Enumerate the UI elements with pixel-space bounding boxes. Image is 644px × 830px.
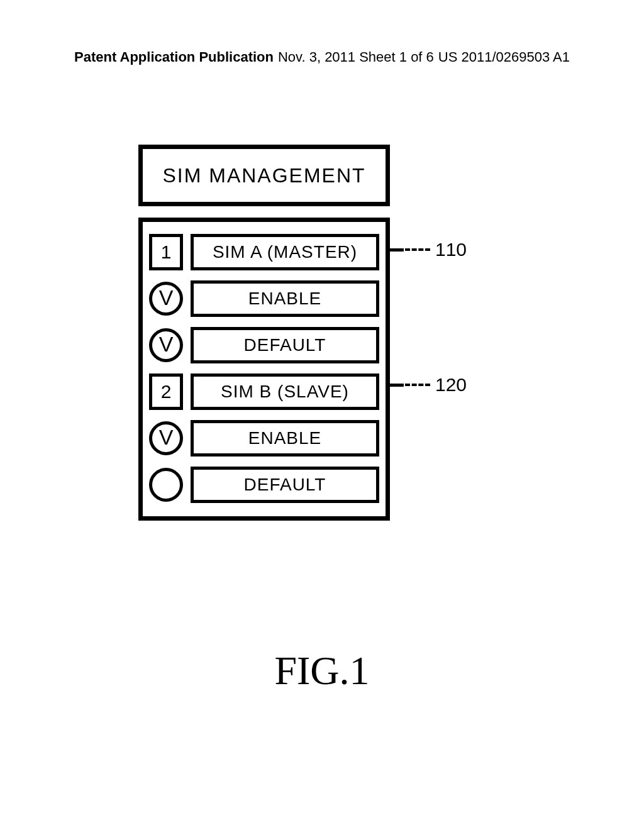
row-sim-a-header: 1 SIM A (MASTER) [149, 231, 379, 274]
row-sim-b-enable: V ENABLE [149, 417, 379, 460]
page-header: Patent Application Publication Nov. 3, 2… [0, 49, 644, 65]
callout-120: 120 [389, 374, 467, 396]
sim-b-label-box: SIM B (SLAVE) [191, 374, 379, 410]
sim-b-enable-label-box: ENABLE [191, 420, 379, 456]
sim-panel: 1 SIM A (MASTER) V ENABLE V DEFAULT [138, 218, 390, 521]
sim-a-enable-label-box: ENABLE [191, 280, 379, 317]
sim-a-label: SIM A (MASTER) [213, 242, 357, 262]
sim-management-title-box: SIM MANAGEMENT [138, 145, 390, 206]
sim-b-default-label: DEFAULT [244, 475, 326, 495]
callout-110: 110 [389, 239, 467, 260]
figure-1-area: SIM MANAGEMENT 1 SIM A (MASTER) V ENABLE… [138, 145, 516, 521]
sim-b-number: 2 [161, 381, 172, 402]
sim-b-enable-label: ENABLE [248, 428, 322, 448]
checkmark-icon: V [159, 333, 174, 355]
row-sim-a-enable: V ENABLE [149, 277, 379, 320]
row-sim-b-default: DEFAULT [149, 463, 379, 506]
sim-b-label: SIM B (SLAVE) [221, 382, 349, 402]
figure-label: FIG.1 [0, 648, 644, 694]
sim-a-enable-label: ENABLE [248, 289, 322, 309]
sim-a-default-label: DEFAULT [244, 335, 326, 355]
sim-a-enable-check-icon[interactable]: V [149, 282, 183, 316]
callout-lead-icon [389, 384, 404, 387]
header-publication: Patent Application Publication [74, 49, 274, 65]
checkmark-icon: V [159, 287, 174, 308]
sim-b-default-empty-icon[interactable] [149, 468, 183, 502]
header-date-sheet: Nov. 3, 2011 Sheet 1 of 6 [278, 49, 434, 65]
checkmark-icon: V [159, 426, 174, 448]
sim-b-enable-check-icon[interactable]: V [149, 421, 183, 455]
sim-management-title: SIM MANAGEMENT [162, 164, 365, 187]
row-sim-a-default: V DEFAULT [149, 324, 379, 367]
callout-dash-icon [405, 248, 430, 251]
figure-label-text: FIG.1 [274, 648, 369, 693]
header-pub-number: US 2011/0269503 A1 [438, 49, 570, 65]
sim-a-default-label-box: DEFAULT [191, 327, 379, 363]
callout-120-text: 120 [435, 374, 467, 396]
sim-a-label-box: SIM A (MASTER) [191, 234, 379, 270]
sim-a-number-box: 1 [149, 234, 183, 270]
callout-dash-icon [405, 384, 430, 386]
row-sim-b-header: 2 SIM B (SLAVE) [149, 370, 379, 413]
sim-b-number-box: 2 [149, 374, 183, 410]
callout-110-text: 110 [435, 239, 467, 260]
sim-a-number: 1 [161, 241, 172, 263]
callout-lead-icon [389, 248, 404, 252]
sim-a-default-check-icon[interactable]: V [149, 328, 183, 362]
sim-b-default-label-box: DEFAULT [191, 467, 379, 503]
